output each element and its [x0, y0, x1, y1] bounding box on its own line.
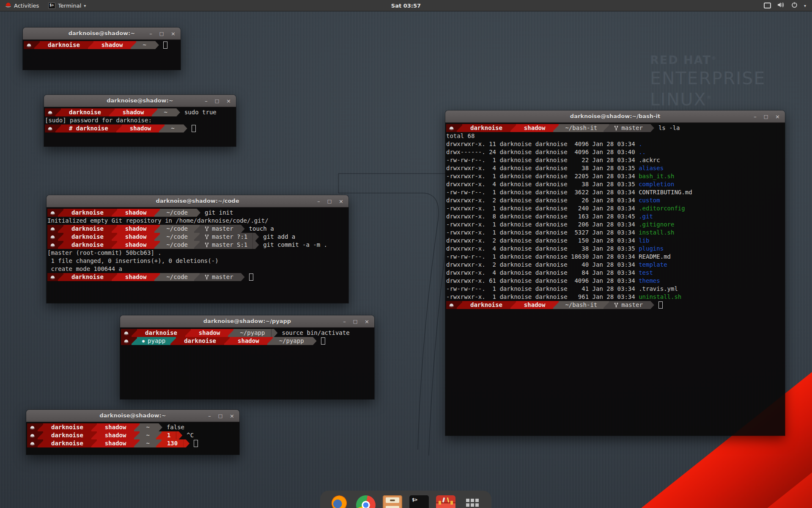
prompt-segment-branch: master [200, 273, 239, 281]
maximize-button[interactable]: □ [327, 199, 332, 204]
prompt-segment-user: darknoise [63, 209, 112, 217]
output-line: drwxrwxr-x. 4 darknoise darknoise 38 Jan… [446, 164, 784, 172]
toolbox-icon[interactable] [436, 495, 455, 508]
segment-divider [154, 209, 160, 217]
prompt-arrow [648, 301, 654, 309]
ls-columns: drwxrwxr-x. 4 darknoise darknoise 38 Jan… [446, 180, 639, 188]
prompt-segment-host: shadow [191, 329, 228, 337]
minimize-button[interactable]: – [754, 114, 757, 119]
window-selector-icon[interactable] [764, 3, 771, 8]
clock[interactable]: Sat 03:57 [0, 3, 812, 9]
window-title: darknoise@shadow:~/code [47, 195, 348, 207]
terminal-icon[interactable]: $> [409, 495, 429, 508]
ls-filename: bash_it.sh [639, 172, 674, 180]
grid-dots [466, 499, 469, 502]
app-grid-icon[interactable] [463, 495, 482, 508]
close-button[interactable]: × [339, 199, 343, 204]
output-text: Initialized empty Git repository in /hom… [47, 217, 269, 225]
volume-icon[interactable] [777, 2, 785, 9]
prompt-segment-host: shadow [117, 273, 155, 281]
maximize-button[interactable]: □ [159, 31, 164, 36]
prompt-segment-host: shadow [115, 108, 152, 116]
segment-divider [112, 273, 117, 281]
segment-divider [510, 124, 516, 132]
power-icon[interactable] [791, 2, 798, 9]
segment-divider [154, 273, 160, 281]
prompt-segment-user: darknoise [63, 225, 112, 233]
terminal-cursor [249, 273, 253, 281]
output-line: drwxrwxr-x. 61 darknoise darknoise 4096 … [446, 277, 784, 285]
maximize-button[interactable]: □ [218, 414, 222, 418]
close-button[interactable]: × [775, 114, 780, 119]
app-menu-terminal[interactable]: $> Terminal ▾ [44, 0, 90, 11]
terminal-content[interactable]: darknoiseshadow~/pyappsource bin/activat… [120, 328, 374, 399]
files-icon[interactable] [383, 495, 402, 508]
window-titlebar[interactable]: darknoise@shadow:~ –□× [23, 28, 181, 40]
firefox-icon[interactable] [329, 495, 349, 508]
minimize-button[interactable]: – [205, 98, 208, 104]
prompt-segment-hat [27, 423, 38, 431]
maximize-button[interactable]: □ [215, 99, 219, 103]
output-line: -rwxrwxr-x. 1 darknoise darknoise 961 Ja… [446, 293, 784, 301]
window-titlebar[interactable]: darknoise@shadow:~ –□× [26, 410, 239, 422]
close-button[interactable]: × [171, 31, 176, 36]
terminal-content[interactable]: darknoiseshadow~/bash-itmasterls -latota… [445, 123, 785, 436]
command-text: touch a [249, 225, 274, 233]
minimize-button[interactable]: – [149, 31, 152, 36]
minimize-button[interactable]: – [208, 413, 211, 419]
output-text: [master (root-commit) 50bcb63] . [47, 249, 162, 257]
terminal-window-sudo: darknoise@shadow:~ –□× darknoiseshadow~s… [44, 95, 236, 146]
prompt-segment-path: ~/code [160, 241, 194, 249]
ls-filename: CONTRIBUTING.md [639, 188, 692, 196]
output-line: drwx------. 24 darknoise darknoise 4096 … [446, 148, 784, 156]
prompt-segment-path: ~ [157, 108, 173, 116]
prompt-segment-user: darknoise [63, 273, 112, 281]
output-text: total 68 [446, 132, 475, 140]
ls-filename: . [639, 140, 642, 148]
prompt-line: ●pyappdarknoiseshadow~/pyapp [121, 337, 373, 345]
maximize-button[interactable]: □ [764, 114, 768, 119]
output-text: 1 file changed, 0 insertions(+), 0 delet… [47, 257, 219, 265]
terminal-content[interactable]: darknoiseshadow~sudo true[sudo] password… [44, 107, 236, 146]
prompt-arrow [239, 273, 245, 281]
segment-divider [58, 273, 63, 281]
ls-columns: -rwxrwxr-x. 1 darknoise darknoise 240 Ja… [446, 204, 639, 213]
activities-button[interactable]: Activities [0, 0, 44, 11]
prompt-segment-user: darknoise [137, 329, 185, 337]
close-button[interactable]: × [230, 413, 234, 419]
close-button[interactable]: × [365, 319, 369, 324]
drawer [386, 497, 399, 503]
prompt-segment-path: ~/pyapp [233, 329, 271, 337]
window-titlebar[interactable]: darknoise@shadow:~ –□× [44, 95, 236, 107]
prompt-segment-branch: master S:1 [200, 241, 252, 249]
ls-filename: custom [639, 196, 660, 204]
window-titlebar[interactable]: darknoise@shadow:~/bash-it –□× [445, 110, 785, 123]
minimize-button[interactable]: – [343, 319, 346, 324]
window-titlebar[interactable]: darknoise@shadow:~/pyapp –□× [120, 315, 374, 328]
segment-divider [38, 439, 43, 447]
segment-divider [134, 423, 140, 431]
output-line: drwxrwxr-x. 2 darknoise darknoise 26 Jan… [446, 196, 784, 204]
prompt-line: darknoiseshadow~sudo true [45, 108, 235, 116]
segment-divider [224, 337, 230, 345]
chrome-icon[interactable] [356, 495, 376, 508]
output-line: -rw-rw-r--. 1 darknoise darknoise 3622 J… [446, 188, 784, 196]
window-titlebar[interactable]: darknoise@shadow:~/code –□× [47, 195, 348, 207]
prompt-arrow [153, 41, 159, 49]
prompt-arrow [310, 337, 317, 345]
command-text: git add a [263, 233, 295, 241]
chevron-down-icon[interactable]: ▾ [804, 3, 806, 8]
segment-divider [58, 225, 63, 233]
close-button[interactable]: × [226, 98, 231, 104]
terminal-content[interactable]: darknoiseshadow~ [23, 40, 181, 70]
prompt-segment-user: darknoise [63, 233, 112, 241]
minimize-button[interactable]: – [317, 199, 320, 204]
prompt-segment-host: shadow [117, 209, 155, 217]
terminal-content[interactable]: darknoiseshadow~falsedarknoiseshadow~1^C… [26, 422, 239, 455]
terminal-content[interactable]: darknoiseshadow~/codegit initInitialized… [47, 207, 348, 303]
output-line: drwxrwxr-x. 4 darknoise darknoise 84 Jan… [446, 269, 784, 277]
maximize-button[interactable]: □ [353, 319, 357, 324]
python-venv-icon: ● [142, 337, 145, 345]
output-line: -rwxrwxr-x. 1 darknoise darknoise 2205 J… [446, 172, 784, 180]
prompt-segment-path: ~ [140, 439, 156, 447]
